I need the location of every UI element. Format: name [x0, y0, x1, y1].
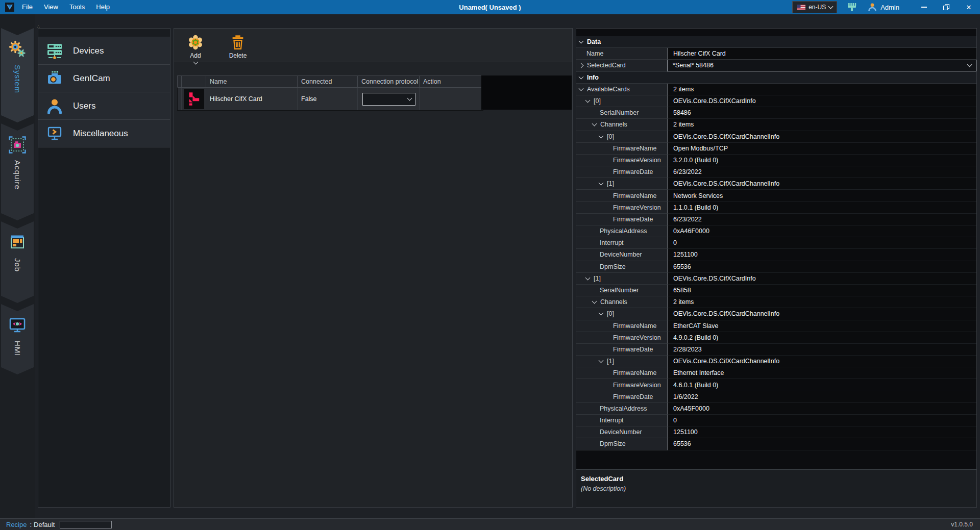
tab-acquire-label: Acquire [13, 160, 22, 190]
property-row[interactable]: [1]OEVis.Core.DS.CifXCardInfo [576, 273, 976, 285]
collapse-chevron-icon[interactable] [599, 358, 604, 363]
theme-brush-button[interactable] [847, 3, 856, 11]
tab-system-label: System [13, 65, 22, 93]
tab-system[interactable]: System [1, 28, 34, 122]
tab-hmi[interactable]: HMI [1, 304, 34, 374]
close-button[interactable]: ✕ [958, 0, 980, 14]
property-label-cell[interactable]: AvailableCards [576, 84, 668, 95]
recipe-label: Recipe [6, 521, 27, 528]
devices-toolbar: Add Delete [174, 29, 572, 62]
property-row[interactable]: [1]OEVis.Core.DS.CifXCardChannelInfo [576, 178, 976, 190]
menu-file[interactable]: File [16, 0, 38, 14]
property-value: 2 items [668, 119, 976, 131]
description-title: SelectedCard [581, 475, 976, 483]
property-label: Interrupt [600, 417, 624, 424]
status-bar: Recipe : Default v1.0.5.0 [0, 518, 980, 530]
nav-item-devices[interactable]: Devices [38, 37, 170, 65]
collapse-chevron-icon[interactable] [585, 275, 591, 280]
column-header-connection-protocol[interactable]: Connection protocol [358, 76, 420, 87]
property-row: FirmwareNameEtherCAT Slave [576, 320, 976, 332]
property-label-cell[interactable]: Data [576, 36, 976, 48]
nav-item-users[interactable]: Users [38, 92, 170, 120]
property-row[interactable]: [0]OEVis.Core.DS.CifXCardInfo [576, 95, 976, 107]
property-row: FirmwareVersion1.1.0.1 (Build 0) [576, 202, 976, 214]
property-section-info[interactable]: Info [576, 72, 976, 84]
users-person-icon [45, 97, 64, 115]
collapse-chevron-icon[interactable] [579, 39, 584, 44]
property-row[interactable]: AvailableCards2 items [576, 84, 976, 95]
property-row[interactable]: [0]OEVis.Core.DS.CifXCardChannelInfo [576, 308, 976, 320]
property-label-cell[interactable]: [1] [576, 273, 668, 285]
column-header-connected[interactable]: Connected [298, 76, 358, 87]
property-value: 65858 [668, 285, 976, 296]
property-label-cell[interactable]: [1] [576, 356, 668, 367]
property-row[interactable]: SelectedCard*Serial* 58486 [576, 60, 976, 71]
user-name: Admin [880, 4, 899, 11]
column-header-blank[interactable] [182, 76, 206, 87]
property-label: [0] [594, 97, 601, 105]
tab-job[interactable]: Job [1, 221, 34, 303]
collapse-chevron-icon[interactable] [579, 86, 584, 91]
property-label-cell[interactable]: [1] [576, 178, 668, 190]
menu-help[interactable]: Help [90, 0, 115, 14]
property-row[interactable]: [0]OEVis.Core.DS.CifXCardChannelInfo [576, 131, 976, 143]
device-name-cell: Hilscher CifX Card [206, 88, 298, 110]
language-chevron-icon [828, 4, 834, 9]
add-flower-icon [187, 34, 204, 51]
menu-tools[interactable]: Tools [64, 0, 90, 14]
collapse-chevron-icon[interactable] [599, 133, 604, 138]
property-row[interactable]: [1]OEVis.Core.DS.CifXCardChannelInfo [576, 356, 976, 367]
selected-card-dropdown[interactable]: *Serial* 58486 [668, 60, 976, 71]
property-label-cell[interactable]: [0] [576, 308, 668, 320]
collapse-chevron-icon[interactable] [579, 74, 584, 79]
property-row: FirmwareNameOpen Modbus/TCP [576, 143, 976, 155]
property-row[interactable]: Channels2 items [576, 296, 976, 308]
add-dropdown-chevron-icon[interactable] [193, 60, 198, 65]
property-label-cell[interactable]: Channels [576, 119, 668, 131]
property-label-cell[interactable]: Info [576, 72, 976, 84]
column-header-blank[interactable] [178, 76, 182, 87]
delete-button[interactable]: Delete [223, 34, 253, 59]
property-label-cell: DpmSize [576, 438, 668, 450]
minimize-button[interactable] [913, 0, 935, 14]
column-header-name[interactable]: Name [206, 76, 298, 87]
menu-view[interactable]: View [38, 0, 64, 14]
nav-item-genicam[interactable]: GenICam [38, 65, 170, 92]
device-row[interactable]: Hilscher CifX CardFalse [177, 87, 483, 111]
nav-item-miscellaneous[interactable]: Miscellaneous [38, 120, 170, 147]
tab-acquire[interactable]: Acquire [1, 123, 34, 220]
user-menu[interactable]: Admin [868, 3, 899, 11]
property-label-cell[interactable]: Channels [576, 296, 668, 308]
property-label: DpmSize [600, 263, 626, 270]
property-row[interactable]: Channels2 items [576, 119, 976, 131]
collapse-chevron-icon[interactable] [599, 311, 604, 316]
app-window: FileViewToolsHelp Unamed( Unsaved ) en-U… [0, 0, 980, 530]
column-header-action[interactable]: Action [420, 76, 483, 87]
property-label-cell[interactable]: [0] [576, 131, 668, 143]
property-value: 2 items [668, 296, 976, 308]
property-label-cell: FirmwareName [576, 320, 668, 332]
row-indicator [178, 88, 182, 110]
property-value: 2/28/2023 [668, 344, 976, 356]
restore-button[interactable] [935, 0, 958, 14]
property-value: 4.6.0.1 (Build 0) [668, 379, 976, 391]
add-button[interactable]: Add [182, 34, 209, 64]
language-selector[interactable]: en-US [792, 1, 837, 13]
collapse-chevron-icon[interactable] [599, 181, 604, 186]
expand-chevron-icon[interactable] [579, 63, 584, 68]
connection-protocol-dropdown[interactable] [362, 93, 415, 106]
property-label: FirmwareName [613, 322, 656, 330]
collapse-chevron-icon[interactable] [592, 121, 597, 127]
restore-icon [943, 4, 949, 10]
device-connected-cell: False [298, 88, 358, 110]
collapse-chevron-icon[interactable] [585, 98, 591, 103]
property-grid: DataNameHilscher CifX CardSelectedCard*S… [576, 36, 976, 450]
property-label-cell[interactable]: [0] [576, 95, 668, 107]
property-section-data[interactable]: Data [576, 36, 976, 48]
collapse-chevron-icon[interactable] [592, 299, 597, 304]
property-row: PhysicalAddress0xA45F0000 [576, 403, 976, 415]
property-value: OEVis.Core.DS.CifXCardChannelInfo [668, 178, 976, 190]
property-label-cell[interactable]: SelectedCard [576, 60, 668, 71]
property-value: OEVis.Core.DS.CifXCardChannelInfo [668, 131, 976, 143]
device-table-header: NameConnectedConnection protocolAction [177, 75, 483, 87]
